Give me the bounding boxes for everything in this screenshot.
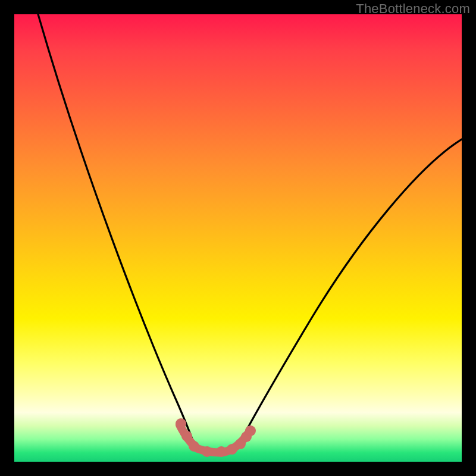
svg-point-2: [189, 441, 199, 452]
curves-svg: [14, 14, 462, 462]
svg-point-4: [216, 446, 227, 457]
svg-point-0: [176, 418, 186, 429]
chart-frame: TheBottleneck.com: [0, 0, 476, 476]
right-branch: [239, 139, 462, 444]
left-branch: [38, 14, 194, 444]
svg-point-8: [245, 425, 256, 436]
plot-area: [14, 14, 462, 462]
svg-point-1: [181, 431, 192, 441]
source-watermark: TheBottleneck.com: [356, 1, 470, 17]
svg-point-3: [202, 446, 212, 457]
